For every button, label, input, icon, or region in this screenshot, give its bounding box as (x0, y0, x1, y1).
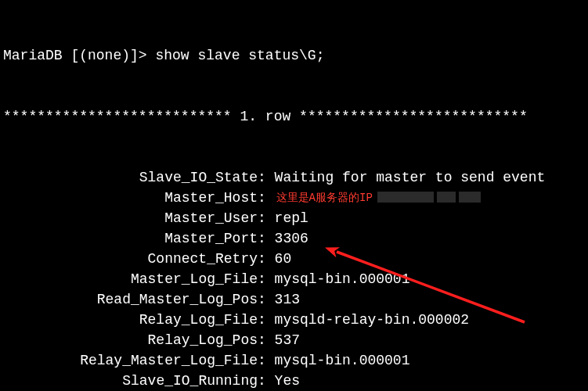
field-value: 60 (275, 249, 292, 269)
command-text: show slave status\G; (155, 48, 324, 63)
field-row: Relay_Master_Log_File: mysql-bin.000001 (3, 350, 585, 371)
prompt-db: MariaDB [(none)] (3, 48, 139, 63)
field-value: mysqld-relay-bin.000002 (275, 310, 469, 330)
separator-middle: 1. row (232, 109, 299, 124)
field-key: Slave_IO_State (3, 167, 258, 188)
field-value: mysql-bin.000001 (275, 269, 410, 289)
field-row: Relay_Log_File: mysqld-relay-bin.000002 (3, 310, 585, 330)
field-row: Slave_IO_Running: Yes (3, 371, 585, 391)
field-value: 537 (275, 330, 300, 350)
field-row: Connect_Retry: 60 (3, 249, 585, 269)
field-row: Master_Log_File: mysql-bin.000001 (3, 269, 585, 289)
field-key: Relay_Master_Log_File (3, 350, 258, 371)
field-key: Master_Log_File (3, 269, 258, 289)
field-row: Master_User: repl (3, 208, 585, 228)
redaction-block (459, 192, 481, 203)
redaction-block (377, 192, 434, 203)
field-colon: : (258, 289, 275, 310)
field-key: Master_User (3, 208, 258, 228)
field-colon: : (258, 371, 275, 391)
field-row: Relay_Log_Pos: 537 (3, 330, 585, 350)
prompt-separator: > (139, 48, 156, 63)
separator-right: *************************** (299, 109, 528, 124)
annotation-note: 这里是A服务器的IP (275, 188, 373, 208)
terminal-output: MariaDB [(none)]> show slave status\G; *… (0, 0, 588, 391)
field-row: Master_Port: 3306 (3, 228, 585, 249)
field-row: Read_Master_Log_Pos: 313 (3, 289, 585, 310)
field-row: Slave_IO_State: Waiting for master to se… (3, 167, 585, 188)
field-key: Relay_Log_File (3, 310, 258, 330)
field-key: Connect_Retry (3, 249, 258, 269)
field-value: 3306 (275, 228, 308, 249)
field-colon: : (258, 208, 275, 228)
separator-left: *************************** (3, 109, 232, 124)
field-key: Master_Host (3, 188, 258, 208)
field-colon: : (258, 269, 275, 289)
field-colon: : (258, 188, 275, 208)
field-value: 313 (275, 289, 300, 310)
redaction-block (437, 192, 456, 203)
field-colon: : (258, 330, 275, 350)
field-colon: : (258, 249, 275, 269)
field-key: Slave_IO_Running (3, 371, 258, 391)
field-value: mysql-bin.000001 (275, 350, 410, 371)
field-row: Master_Host: 这里是A服务器的IP (3, 188, 585, 208)
field-value: repl (275, 208, 308, 228)
prompt-line[interactable]: MariaDB [(none)]> show slave status\G; (3, 45, 585, 66)
field-colon: : (258, 310, 275, 330)
fields-block: Slave_IO_State: Waiting for master to se… (3, 167, 585, 391)
field-colon: : (258, 228, 275, 249)
row-separator: *************************** 1. row *****… (3, 106, 585, 127)
field-colon: : (258, 350, 275, 371)
field-key: Read_Master_Log_Pos (3, 289, 258, 310)
field-key: Relay_Log_Pos (3, 330, 258, 350)
field-colon: : (258, 167, 275, 188)
field-value: Yes (275, 371, 300, 391)
field-value: Waiting for master to send event (275, 167, 546, 188)
field-key: Master_Port (3, 228, 258, 249)
